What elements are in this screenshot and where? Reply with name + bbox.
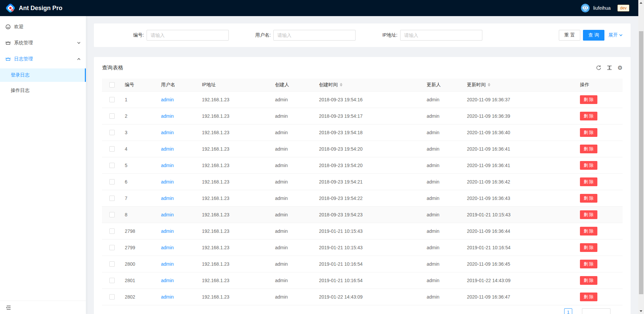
cell-id: 7 — [122, 190, 158, 206]
select-all-checkbox[interactable] — [109, 82, 115, 88]
delete-button[interactable]: 删 除 — [580, 194, 597, 203]
pagination-page-1[interactable]: 1 — [564, 308, 572, 314]
username-link[interactable]: admin — [161, 278, 174, 283]
logo-link[interactable]: Ant Design Pro — [5, 3, 62, 13]
settings-icon[interactable]: ⚙ — [618, 65, 623, 71]
cell-create-time: 2019-01-21 10:15:43 — [316, 239, 424, 256]
cell-updater: admin — [424, 256, 464, 272]
sub-item-label: 登录日志 — [11, 72, 30, 78]
cell-creator: admin — [272, 223, 316, 239]
sidebar-item-system-management[interactable]: 系统管理 — [0, 36, 86, 50]
cell-update-time: 2019-01-21 10:15:43 — [464, 206, 577, 223]
table-row: 2799 admin 192.168.1.23 admin 2019-01-21… — [102, 239, 623, 256]
username-link[interactable]: admin — [161, 212, 174, 217]
username-link[interactable]: admin — [161, 179, 174, 185]
username-link[interactable]: admin — [161, 163, 174, 168]
row-checkbox[interactable] — [109, 278, 115, 283]
row-checkbox[interactable] — [109, 179, 115, 185]
cell-create-time: 2019-01-21 10:15:43 — [316, 223, 424, 239]
row-checkbox[interactable] — [109, 163, 115, 168]
column-header-create-time[interactable]: 创建时间 — [316, 78, 424, 91]
cell-updater: admin — [424, 272, 464, 289]
sort-icon[interactable] — [340, 83, 342, 87]
delete-button[interactable]: 删 除 — [580, 227, 597, 235]
delete-button[interactable]: 删 除 — [580, 276, 597, 285]
row-checkbox[interactable] — [109, 212, 115, 217]
delete-button[interactable]: 删 除 — [580, 260, 597, 268]
row-checkbox[interactable] — [109, 261, 115, 267]
row-checkbox[interactable] — [109, 245, 115, 250]
column-header-update-time[interactable]: 更新时间 — [464, 78, 577, 91]
username-link[interactable]: admin — [161, 245, 174, 250]
table-row: 2 admin 192.168.1.23 admin 2018-09-23 19… — [102, 108, 623, 124]
table-row: 5 admin 192.168.1.23 admin 2018-09-23 19… — [102, 157, 623, 173]
scrollbar-up-arrow[interactable] — [640, 2, 642, 4]
sub-item-label: 操作日志 — [11, 88, 30, 94]
menu-fold-icon[interactable] — [6, 305, 11, 310]
cell-creator: admin — [272, 124, 316, 141]
sidebar-item-welcome[interactable]: 欢迎 — [0, 20, 86, 34]
expand-link[interactable]: 展开 — [608, 32, 623, 38]
username-link[interactable]: admin — [161, 261, 174, 267]
sidebar-item-login-log[interactable]: 登录日志 — [0, 68, 86, 82]
table-row: 3 admin 192.168.1.23 admin 2018-09-23 19… — [102, 124, 623, 141]
column-header-updater: 更新人 — [424, 78, 464, 91]
username-field[interactable] — [273, 30, 356, 41]
delete-button[interactable]: 删 除 — [580, 161, 597, 170]
scrollbar-thumb[interactable] — [639, 31, 643, 294]
sidebar-item-log-management[interactable]: 日志管理 — [0, 52, 86, 66]
query-button[interactable]: 查 询 — [583, 30, 604, 41]
page-size-select[interactable] — [582, 308, 610, 314]
row-checkbox[interactable] — [109, 196, 115, 201]
username-link[interactable]: admin — [161, 228, 174, 234]
username-link[interactable]: admin — [161, 146, 174, 152]
delete-button[interactable]: 删 除 — [580, 128, 597, 137]
expand-link-label: 展开 — [608, 32, 618, 38]
username-link[interactable]: admin — [161, 294, 174, 300]
delete-button[interactable]: 删 除 — [580, 210, 597, 219]
cell-update-time: 2020-11-09 16:36:44 — [464, 223, 577, 239]
sidebar-item-operation-log[interactable]: 操作日志 — [0, 84, 86, 97]
table-row: 6 admin 192.168.1.23 admin 2018-09-23 19… — [102, 173, 623, 190]
row-checkbox[interactable] — [109, 97, 115, 102]
cell-creator: admin — [272, 108, 316, 124]
delete-button[interactable]: 删 除 — [580, 145, 597, 153]
ip-field[interactable] — [400, 30, 482, 41]
username-link[interactable]: admin — [161, 130, 174, 135]
cell-updater: admin — [424, 190, 464, 206]
delete-button[interactable]: 删 除 — [580, 95, 597, 104]
cell-updater: admin — [424, 173, 464, 190]
user-name[interactable]: liufeihua — [593, 5, 610, 11]
username-link[interactable]: admin — [161, 113, 174, 119]
username-link[interactable]: admin — [161, 97, 174, 102]
delete-button[interactable]: 删 除 — [580, 293, 597, 301]
row-checkbox[interactable] — [109, 294, 115, 300]
cell-creator: admin — [272, 141, 316, 157]
cell-ip: 192.168.1.23 — [199, 108, 272, 124]
row-checkbox[interactable] — [109, 113, 115, 119]
cell-updater: admin — [424, 206, 464, 223]
sidebar-item-label: 日志管理 — [14, 56, 80, 62]
cell-ip: 192.168.1.23 — [199, 157, 272, 173]
delete-button[interactable]: 删 除 — [580, 177, 597, 186]
cell-create-time: 2018-09-23 19:54:22 — [316, 190, 424, 206]
table-row: 2802 admin 192.168.1.23 admin 2019-01-22… — [102, 289, 623, 305]
delete-button[interactable]: 删 除 — [580, 112, 597, 120]
username-link[interactable]: admin — [161, 196, 174, 201]
cell-create-time: 2019-01-21 10:16:54 — [316, 256, 424, 272]
row-checkbox[interactable] — [109, 146, 115, 152]
density-icon[interactable] — [607, 65, 612, 70]
reset-button[interactable]: 重 置 — [559, 30, 580, 41]
cell-ip: 192.168.1.23 — [199, 124, 272, 141]
id-field[interactable] — [147, 30, 229, 41]
chevron-up-icon — [77, 57, 80, 61]
row-checkbox[interactable] — [109, 130, 115, 135]
table-row: 2801 admin 192.168.1.23 admin 2019-01-21… — [102, 272, 623, 289]
row-checkbox[interactable] — [109, 228, 115, 234]
scrollbar-down-arrow[interactable] — [640, 310, 642, 312]
delete-button[interactable]: 删 除 — [580, 243, 597, 252]
cell-creator: admin — [272, 91, 316, 108]
user-avatar[interactable] — [581, 4, 590, 12]
reload-icon[interactable] — [596, 65, 601, 70]
sort-icon[interactable] — [488, 83, 490, 87]
